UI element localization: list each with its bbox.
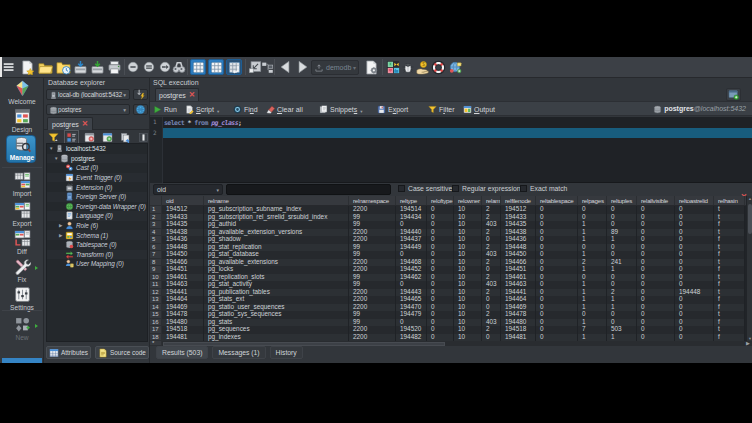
cell[interactable]: 10: [454, 296, 482, 304]
cell[interactable]: 0: [675, 326, 714, 334]
toolbar-grid-view-refresh[interactable]: [226, 59, 242, 75]
cell[interactable]: 0: [637, 326, 675, 334]
cell[interactable]: 0: [637, 289, 675, 297]
cell[interactable]: 0: [637, 244, 675, 252]
cell[interactable]: 0: [427, 281, 454, 289]
cell[interactable]: 0: [675, 281, 714, 289]
cell[interactable]: 1: [607, 304, 637, 312]
cell[interactable]: 194448: [675, 289, 714, 297]
cell[interactable]: t: [714, 206, 745, 214]
cell[interactable]: 0: [427, 289, 454, 297]
cell[interactable]: f: [714, 221, 745, 229]
cell[interactable]: 0: [637, 274, 675, 282]
cell[interactable]: 0: [578, 311, 607, 319]
sidebar-item-fix[interactable]: Fix: [0, 258, 44, 283]
toolbar-save[interactable]: [73, 57, 88, 77]
cell[interactable]: 0: [675, 311, 714, 319]
tab-results-503-[interactable]: Results (503): [156, 346, 208, 359]
cell[interactable]: 0: [427, 334, 454, 342]
table-row[interactable]: 2194433pg_subscription_rel_srrelid_srsub…: [150, 214, 752, 222]
cell[interactable]: pg_subscription_subname_index: [204, 206, 349, 214]
cell[interactable]: 0: [675, 304, 714, 312]
cell[interactable]: 99: [349, 319, 396, 327]
cell[interactable]: 0: [675, 319, 714, 327]
cell[interactable]: 0: [675, 266, 714, 274]
cell[interactable]: 2200: [349, 266, 396, 274]
cell[interactable]: f: [714, 304, 745, 312]
cell[interactable]: 10: [454, 244, 482, 252]
sidebar-item-export[interactable]: Export: [0, 202, 44, 227]
cell[interactable]: 1: [578, 266, 607, 274]
cell[interactable]: t: [714, 229, 745, 237]
cell[interactable]: 0: [607, 221, 637, 229]
query-snippets-button[interactable]: Snippets▾: [319, 103, 363, 116]
cell[interactable]: 0: [578, 214, 607, 222]
cell[interactable]: 1: [578, 236, 607, 244]
database-select[interactable]: postgres ▾: [46, 104, 130, 115]
table-row[interactable]: 4194438pg_available_extension_versions22…: [150, 229, 752, 237]
cell[interactable]: pg_replication_slots: [204, 274, 349, 282]
cell[interactable]: 0: [675, 221, 714, 229]
cell[interactable]: 0: [536, 251, 578, 259]
cell[interactable]: 0: [675, 214, 714, 222]
cell[interactable]: 194450: [501, 251, 536, 259]
explorer-copy-structure-button[interactable]: [120, 132, 131, 143]
cell[interactable]: 0: [427, 266, 454, 274]
cell[interactable]: 2200: [349, 229, 396, 237]
cell[interactable]: 194449: [396, 244, 427, 252]
toolbar-new-file[interactable]: [20, 57, 35, 77]
cell[interactable]: 10: [454, 289, 482, 297]
cell[interactable]: 0: [536, 319, 578, 327]
cell[interactable]: 0: [482, 266, 501, 274]
cell[interactable]: 1: [607, 334, 637, 342]
tree-item[interactable]: User Mapping (0): [47, 259, 147, 269]
column-header-reltoastrelid[interactable]: reltoastrelid: [675, 196, 714, 205]
column-header-relowner[interactable]: relowner: [454, 196, 482, 205]
explorer-filter-funnel-button[interactable]: [48, 132, 59, 143]
column-header-reltablespace[interactable]: reltablespace: [536, 196, 578, 205]
toolbar-db-combo[interactable]: demodb▾: [311, 60, 359, 75]
tree-item[interactable]: Language (0): [47, 211, 147, 221]
cell[interactable]: 0: [427, 304, 454, 312]
checkbox-regular-expression[interactable]: Regular expression: [452, 185, 521, 192]
table-row[interactable]: 6194448pg_stat_replication99194449010219…: [150, 244, 752, 252]
cell[interactable]: 0: [427, 221, 454, 229]
cell[interactable]: pg_statio_user_sequences: [204, 304, 349, 312]
cell[interactable]: 0: [396, 281, 427, 289]
cell[interactable]: 0: [427, 244, 454, 252]
table-row[interactable]: 12194441pg_publication_tables22001944430…: [150, 289, 752, 297]
cell[interactable]: 10: [454, 259, 482, 267]
cell[interactable]: 0: [396, 319, 427, 327]
scroll-right-icon[interactable]: ▶: [744, 341, 752, 346]
cell[interactable]: 10: [454, 214, 482, 222]
cell[interactable]: 0: [675, 259, 714, 267]
close-icon[interactable]: ✕: [82, 120, 88, 128]
cell[interactable]: 0: [427, 229, 454, 237]
query-run-button[interactable]: Run: [153, 103, 177, 116]
cell[interactable]: pg_stat_activity: [204, 281, 349, 289]
cell[interactable]: 2: [482, 244, 501, 252]
cell[interactable]: 99: [349, 311, 396, 319]
cell[interactable]: 0: [675, 274, 714, 282]
cell[interactable]: 0: [536, 221, 578, 229]
cell[interactable]: 194478: [162, 311, 204, 319]
explorer-sort-items-button[interactable]: [66, 132, 77, 143]
column-header-oid[interactable]: oid: [162, 196, 204, 205]
table-row[interactable]: 3194435pg_authid99001040319443501000f: [150, 221, 752, 229]
table-row[interactable]: 11194463pg_stat_activity9900104031944630…: [150, 281, 752, 289]
cell[interactable]: 241: [607, 259, 637, 267]
cell[interactable]: pg_statio_sys_sequences: [204, 311, 349, 319]
cell[interactable]: 2: [482, 289, 501, 297]
cell[interactable]: 0: [675, 251, 714, 259]
cell[interactable]: f: [714, 251, 745, 259]
cell[interactable]: pg_subscription_rel_srrelid_srsubid_inde…: [204, 214, 349, 222]
cell[interactable]: 2200: [349, 206, 396, 214]
table-row[interactable]: 9194451pg_locks2200194452010019445101100…: [150, 266, 752, 274]
cell[interactable]: 0: [578, 244, 607, 252]
cell[interactable]: 0: [637, 251, 675, 259]
cell[interactable]: 194443: [396, 289, 427, 297]
browse-button[interactable]: [133, 104, 148, 115]
cell[interactable]: 0: [607, 319, 637, 327]
cell[interactable]: 403: [482, 319, 501, 327]
cell[interactable]: 0: [427, 206, 454, 214]
